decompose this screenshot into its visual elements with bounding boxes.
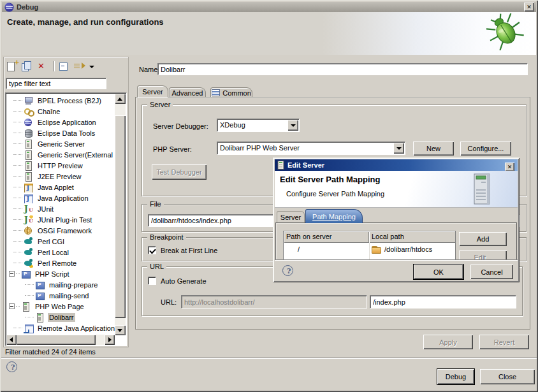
window-title: Debug bbox=[17, 3, 38, 11]
chevron-down-icon[interactable] bbox=[393, 143, 404, 154]
server-debugger-select[interactable]: XDebug bbox=[217, 119, 300, 132]
tree-horizontal-scrollbar[interactable] bbox=[6, 335, 115, 345]
apply-button: Apply bbox=[423, 335, 473, 349]
break-first-line-checkbox[interactable] bbox=[148, 246, 156, 254]
column-header-local-path[interactable]: Local path bbox=[369, 231, 456, 243]
toolbar-separator bbox=[54, 61, 55, 71]
path-mapping-table[interactable]: Path on server Local path / /dolibarr/ht… bbox=[283, 231, 456, 260]
chevron-down-icon[interactable] bbox=[287, 120, 298, 131]
php-script-icon bbox=[35, 291, 45, 300]
debug-button[interactable]: Debug bbox=[437, 369, 474, 384]
auto-generate-checkbox[interactable] bbox=[148, 277, 156, 285]
dialog-tab-path-mapping[interactable]: Path Mapping bbox=[305, 209, 363, 223]
window-close-button[interactable]: ✕ bbox=[524, 3, 534, 11]
name-input[interactable] bbox=[157, 63, 528, 75]
server-icon bbox=[277, 161, 284, 170]
tab-common[interactable]: Common bbox=[210, 87, 252, 98]
help-icon[interactable]: ? bbox=[6, 361, 17, 372]
toolbar-menu-arrow-icon[interactable] bbox=[88, 61, 96, 71]
column-header-path-on-server[interactable]: Path on server bbox=[284, 231, 369, 243]
tree-item-perl-cgi[interactable]: Perl CGI bbox=[6, 236, 115, 247]
collapse-all-icon[interactable] bbox=[57, 61, 71, 72]
filter-input[interactable] bbox=[6, 78, 106, 89]
tree-item-http-preview[interactable]: HTTP Preview bbox=[6, 160, 115, 171]
scroll-left-button[interactable] bbox=[6, 335, 17, 345]
tree-item-generic-server-external[interactable]: Generic Server(External La bbox=[6, 149, 115, 160]
dialog-header-title: Edit Server Path Mapping bbox=[280, 175, 380, 184]
tree-item-chaine[interactable]: Chaîne bbox=[6, 106, 115, 117]
tree-item-eclipse-data-tools[interactable]: Eclipse Data Tools bbox=[6, 127, 115, 138]
cancel-button[interactable]: Cancel bbox=[470, 265, 513, 279]
duplicate-configuration-icon[interactable] bbox=[20, 61, 34, 72]
folder-icon bbox=[372, 245, 381, 253]
dialog-close-button[interactable]: ✕ bbox=[505, 163, 514, 171]
tab-advanced[interactable]: Advanced bbox=[169, 87, 206, 98]
perl-camel-icon bbox=[24, 248, 34, 257]
php-script-icon bbox=[35, 280, 45, 289]
dialog-header: Edit Server Path Mapping Configure Serve… bbox=[275, 171, 518, 208]
window-titlebar[interactable]: Debug ✕ bbox=[2, 2, 536, 12]
tree-rows: BPEL Process (B2J) Chaîne Eclipse Applic… bbox=[6, 95, 115, 333]
scroll-up-button[interactable] bbox=[115, 94, 126, 104]
tree-item-java-application[interactable]: Java Application bbox=[6, 192, 115, 203]
server-icon bbox=[24, 140, 34, 149]
tree-item-php-script[interactable]: PHP Script bbox=[6, 268, 115, 279]
banner: Create, manage, and run configurations bbox=[2, 12, 536, 55]
dialog-titlebar[interactable]: Edit Server ✕ bbox=[275, 159, 518, 171]
ok-button[interactable]: OK bbox=[414, 265, 463, 279]
filter-icon[interactable] bbox=[73, 61, 87, 72]
java-applet-icon bbox=[24, 183, 34, 192]
server-icon bbox=[24, 161, 34, 170]
new-configuration-icon[interactable] bbox=[5, 61, 19, 72]
remote-java-icon bbox=[24, 324, 34, 333]
tree-item-eclipse-application[interactable]: Eclipse Application bbox=[6, 117, 115, 127]
php-server-select[interactable]: Dolibarr PHP Web Server bbox=[217, 142, 405, 155]
break-first-line-label: Break at First Line bbox=[161, 247, 217, 254]
junit-plugin-icon bbox=[24, 215, 34, 224]
tree-item-generic-server[interactable]: Generic Server bbox=[6, 138, 115, 149]
new-server-button[interactable]: New bbox=[413, 142, 454, 156]
php-server-label: PHP Server: bbox=[153, 145, 192, 153]
bpel-process-icon bbox=[24, 96, 34, 105]
name-label: Name: bbox=[139, 66, 159, 73]
vertical-scroll-thumb[interactable] bbox=[115, 115, 126, 318]
add-mapping-button[interactable]: Add bbox=[459, 232, 507, 246]
tree-item-j2ee-preview[interactable]: J2EE Preview bbox=[6, 171, 115, 182]
tree-item-osgi-framework[interactable]: OSGi Framework bbox=[6, 225, 115, 236]
tree-item-php-web-page[interactable]: PHP Web Page bbox=[6, 301, 115, 312]
perl-camel-icon bbox=[24, 237, 34, 246]
url-path-input[interactable] bbox=[370, 295, 516, 309]
scroll-right-button[interactable] bbox=[105, 335, 115, 345]
configurations-panel: BPEL Process (B2J) Chaîne Eclipse Applic… bbox=[3, 57, 129, 347]
dialog-tab-server[interactable]: Server bbox=[277, 211, 305, 223]
tree-item-junit-plugin-test[interactable]: JUnit Plug-in Test bbox=[6, 214, 115, 225]
horizontal-scroll-thumb[interactable] bbox=[17, 335, 96, 345]
server-tower-image bbox=[472, 173, 493, 206]
tree-item-remote-java-application[interactable]: Remote Java Application bbox=[6, 323, 115, 333]
perl-remote-icon bbox=[24, 259, 34, 268]
dialog-help-icon[interactable]: ? bbox=[282, 265, 293, 276]
collapse-toggle-icon[interactable] bbox=[9, 303, 15, 309]
tree-item-mailing-send[interactable]: mailing-send bbox=[6, 290, 115, 301]
tree-item-mailing-prepare[interactable]: mailing-prepare bbox=[6, 279, 115, 290]
revert-button: Revert bbox=[479, 335, 529, 349]
close-button[interactable]: Close bbox=[480, 369, 535, 384]
tree-item-perl-remote[interactable]: Perl Remote bbox=[6, 258, 115, 268]
configurations-tree: BPEL Process (B2J) Chaîne Eclipse Applic… bbox=[5, 92, 127, 346]
configure-button[interactable]: Configure... bbox=[460, 142, 511, 156]
tree-item-dolibarr[interactable]: Dolibarr bbox=[6, 312, 115, 323]
server-debugger-label: Server Debugger: bbox=[153, 122, 208, 130]
table-cell-path-on-server[interactable]: / bbox=[284, 243, 369, 255]
tree-item-perl-local[interactable]: Perl Local bbox=[6, 247, 115, 258]
delete-configuration-icon[interactable] bbox=[36, 61, 50, 72]
tree-item-bpel-process[interactable]: BPEL Process (B2J) bbox=[6, 95, 115, 106]
tree-item-junit[interactable]: JUnit bbox=[6, 203, 115, 214]
dialog-header-subtitle: Configure Server Path Mapping bbox=[286, 190, 384, 198]
collapse-toggle-icon[interactable] bbox=[9, 271, 15, 277]
scroll-down-button[interactable] bbox=[115, 325, 126, 335]
edit-server-dialog: Edit Server ✕ Edit Server Path Mapping C… bbox=[273, 157, 520, 282]
tree-item-java-applet[interactable]: Java Applet bbox=[6, 182, 115, 192]
tree-vertical-scrollbar[interactable] bbox=[115, 94, 126, 335]
tab-server[interactable]: Server bbox=[137, 85, 168, 98]
table-cell-local-path[interactable]: /dolibarr/htdocs bbox=[369, 243, 456, 255]
